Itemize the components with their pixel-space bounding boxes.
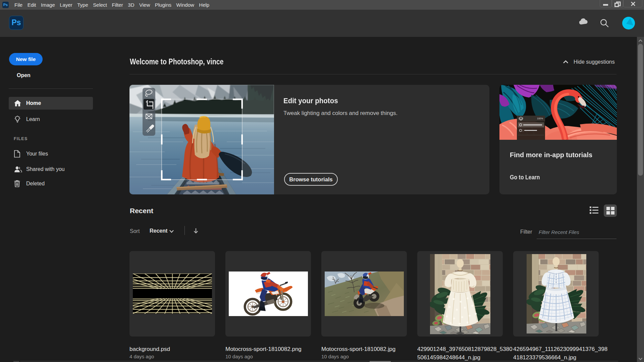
svg-text:100%: 100%	[537, 117, 543, 120]
